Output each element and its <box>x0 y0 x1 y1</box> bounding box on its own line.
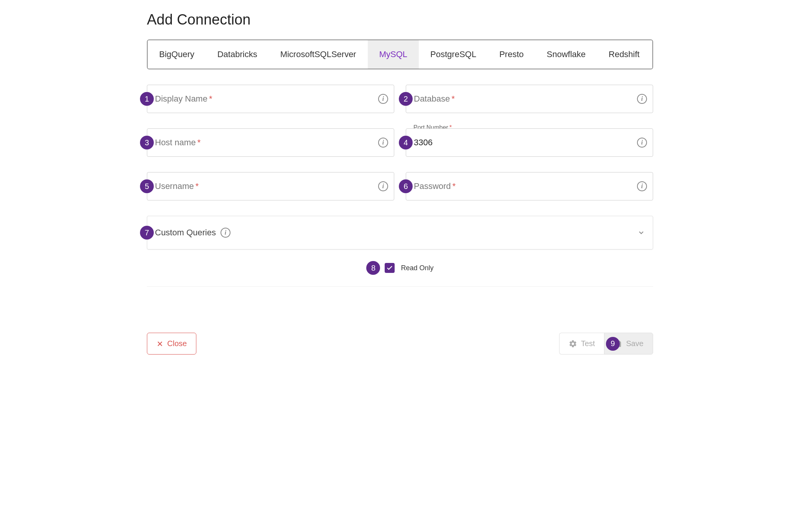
step-badge-7: 7 <box>140 226 154 240</box>
step-badge-5: 5 <box>140 179 154 193</box>
host-name-field[interactable]: Host name* i <box>147 128 394 157</box>
info-icon[interactable]: i <box>637 138 647 148</box>
username-label: Username* <box>155 181 199 191</box>
tab-presto[interactable]: Presto <box>488 40 535 69</box>
check-icon <box>386 264 393 271</box>
read-only-checkbox[interactable] <box>385 263 395 273</box>
port-number-field[interactable]: 3306 i <box>406 128 653 157</box>
divider <box>147 286 653 287</box>
step-badge-9: 9 <box>606 337 620 351</box>
info-icon[interactable]: i <box>637 94 647 104</box>
tab-bigquery[interactable]: BigQuery <box>148 40 206 69</box>
tab-postgresql[interactable]: PostgreSQL <box>419 40 488 69</box>
close-icon <box>156 340 163 347</box>
info-icon[interactable]: i <box>637 181 647 191</box>
password-label: Password* <box>414 181 456 191</box>
chevron-down-icon <box>637 229 645 236</box>
test-button[interactable]: Test <box>559 333 604 355</box>
step-badge-8: 8 <box>366 261 380 275</box>
tab-databricks[interactable]: Databricks <box>206 40 269 69</box>
info-icon[interactable]: i <box>378 181 388 191</box>
database-label: Database* <box>414 94 455 104</box>
username-field[interactable]: Username* i <box>147 172 394 200</box>
port-number-value: 3306 <box>414 138 433 148</box>
host-name-label: Host name* <box>155 138 201 148</box>
display-name-label: Display Name* <box>155 94 212 104</box>
read-only-label: Read Only <box>401 264 433 272</box>
tab-microsoftsqlserver[interactable]: MicrosoftSQLServer <box>269 40 368 69</box>
custom-queries-accordion[interactable]: Custom Queries i <box>147 216 653 250</box>
info-icon[interactable]: i <box>221 228 230 238</box>
info-icon[interactable]: i <box>378 138 388 148</box>
close-button[interactable]: Close <box>147 333 196 355</box>
tab-connectionstring[interactable]: ConnectionString <box>651 40 653 69</box>
password-field[interactable]: Password* i <box>406 172 653 200</box>
info-icon[interactable]: i <box>378 94 388 104</box>
footer: Close Test 9 Save <box>147 333 653 355</box>
page-title: Add Connection <box>147 11 653 28</box>
close-label: Close <box>167 339 187 348</box>
step-badge-6: 6 <box>399 179 413 193</box>
save-label: Save <box>626 339 644 348</box>
step-badge-1: 1 <box>140 92 154 106</box>
connection-type-tabs: BigQuery Databricks MicrosoftSQLServer M… <box>147 39 653 69</box>
test-label: Test <box>581 339 595 348</box>
tab-snowflake[interactable]: Snowflake <box>535 40 598 69</box>
display-name-field[interactable]: Display Name* i <box>147 85 394 113</box>
tab-redshift[interactable]: Redshift <box>597 40 651 69</box>
step-badge-4: 4 <box>399 136 413 149</box>
database-field[interactable]: Database* i <box>406 85 653 113</box>
step-badge-3: 3 <box>140 136 154 149</box>
gear-icon <box>569 340 577 348</box>
tab-mysql[interactable]: MySQL <box>368 40 419 69</box>
step-badge-2: 2 <box>399 92 413 106</box>
custom-queries-title: Custom Queries <box>155 228 216 238</box>
